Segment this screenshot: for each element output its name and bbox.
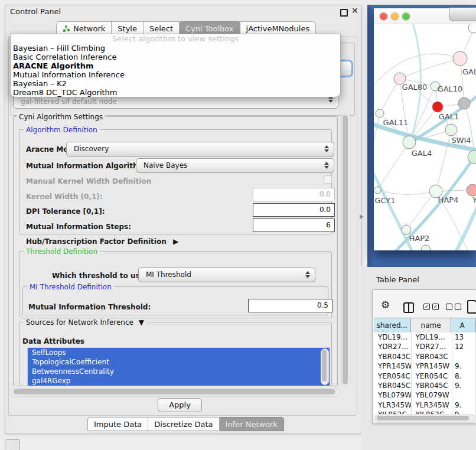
mouse-cursor [360,214,364,219]
attribute-list-item[interactable]: gal4RGexp [28,376,330,386]
hub-definition-label: Hub/Transcription Factor Definition [26,237,167,246]
table-row[interactable]: YLR345WYLR345W9. [374,400,476,410]
attribute-list-item[interactable]: TopologicalCoefficient [28,357,330,367]
algorithm-option[interactable]: Bayesian – K2 [11,79,340,88]
aracne-mode-combobox[interactable]: Discovery [66,142,334,156]
scrollbar-thumb[interactable] [322,350,327,381]
gear-icon[interactable]: ⚙ [381,300,390,310]
hub-definition-expander[interactable]: Hub/Transcription Factor Definition ▶ [26,237,178,246]
algorithm-option[interactable]: Mutual Information Inference [11,70,340,79]
node-label: HAP4 [438,195,459,204]
table-row[interactable]: YBR043CYBR043C [374,352,476,361]
apply-button[interactable]: Apply [158,398,202,412]
document-icon[interactable] [467,300,476,314]
unchecked-box-icon [455,304,461,310]
network-node[interactable] [376,109,384,118]
table-cell: YER054C [374,371,412,381]
table-row[interactable]: YBL079WYBL079W [374,390,476,400]
deselect-all-columns-icon[interactable] [446,304,461,310]
bottom-corner-button[interactable] [5,439,20,450]
data-attributes-list[interactable]: SelfLoopsTopologicalCoefficientBetweenne… [27,347,330,386]
scrollbar-thumb[interactable] [14,389,335,394]
table-row[interactable]: YPR145WYPR145W9. [374,361,476,371]
algorithm-definition-title: Algorithm Definition [24,126,100,134]
node-label: GAL11 [383,118,409,127]
table-cell: YLR345W [412,400,452,410]
attributes-list-scrollbar[interactable] [321,348,329,385]
close-icon[interactable]: ✕ [351,6,358,15]
manual-kernel-checkbox[interactable] [324,175,332,184]
tab-infer-network[interactable]: Infer Network [220,417,284,431]
manual-kernel-label: Manual Kernel Width Definition [26,177,151,185]
mi-steps-field[interactable]: 6 [253,219,335,232]
algorithm-option[interactable]: ARACNE Algorithm [11,61,340,70]
algorithm-option[interactable]: Dream8 DC_TDC Algorithm [11,88,340,97]
which-threshold-combobox[interactable]: MI Threshold [138,268,315,282]
mi-threshold-field[interactable]: 0.5 [248,299,332,312]
table-panel-title: Table Panel [376,275,419,284]
algorithm-option[interactable]: Bayesian – Hill Climbing [11,44,340,53]
mi-type-combobox[interactable]: Naive Bayes [136,158,334,173]
mi-type-value: Naive Bayes [144,159,187,172]
cyni-bottom-tab-bar: Impute Data Discretize Data Infer Networ… [87,417,284,431]
dropdown-placeholder: Select algorithm to view settings [11,34,340,44]
table-body[interactable]: YDL19...YDL19...13YDR27...YDR27...12YBR0… [374,332,476,414]
table-horizontal-scrollbar[interactable] [374,415,476,423]
table-cell: YPR145W [374,361,412,371]
scrollbar-thumb[interactable] [377,416,469,420]
dpi-tolerance-field[interactable]: 0.0 [253,203,335,217]
table-row[interactable]: YDL19...YDL19...13 [374,332,476,342]
attribute-list-item[interactable]: SelfLoops [28,348,330,357]
float-window-icon[interactable] [340,9,348,17]
table-row[interactable]: YER054CYER054C8. [374,371,476,381]
network-node[interactable] [468,24,476,33]
tab-impute-data[interactable]: Impute Data [87,417,148,431]
zoom-traffic-light-icon[interactable] [402,12,410,20]
table-cell: 9 [452,410,476,414]
network-node[interactable] [458,97,470,109]
network-node[interactable] [432,102,443,112]
minimize-traffic-light-icon[interactable] [391,12,399,20]
attribute-list-item[interactable]: BetweennessCentrality [28,367,330,376]
combo-stepper-icon [324,145,329,152]
column-header[interactable]: name [411,318,452,332]
aracne-mode-value: Discovery [74,142,109,156]
table-row[interactable]: YDR27...YDR27...12 [374,342,476,351]
network-node[interactable] [403,136,416,149]
scrollbar-thumb[interactable] [343,115,348,384]
table-cell: 9. [452,400,476,410]
cyni-settings-group-title: Cyni Algorithm Settings [17,113,105,121]
kernel-width-label: Kernel Width (0,1): [26,193,103,201]
select-all-columns-icon[interactable]: ✓ ✓ [423,304,439,310]
node-label: GAL [462,67,476,76]
columns-icon[interactable] [403,302,414,313]
table-cell: YBR045C [412,381,452,390]
dpi-tolerance-value: 0.0 [319,204,331,216]
algorithm-option[interactable]: Basic Correlation Inference [11,53,340,61]
network-node[interactable] [453,51,467,66]
table-cell: YBR043C [412,352,452,361]
kernel-width-field[interactable]: 0.0 [253,188,335,201]
tab-discretize-data[interactable]: Discretize Data [148,417,219,431]
column-header[interactable]: A [451,318,476,332]
settings-vertical-scrollbar[interactable] [341,113,350,387]
node-label: GAL80 [402,83,428,92]
table-row[interactable]: YIL052CYIL052C9 [374,410,476,414]
network-node[interactable] [467,184,476,196]
network-icon [63,25,70,32]
network-node[interactable] [374,187,381,194]
column-header[interactable]: shared... [374,318,411,332]
network-node[interactable] [445,124,457,136]
sources-group-title[interactable]: Sources for Network Inference ▼ [24,318,146,327]
table-cell: YIL052C [412,410,452,414]
network-toolbar-fragment[interactable] [449,8,476,21]
collapse-arrow-icon: ▼ [139,318,144,327]
node-label: GCY1 [374,196,395,205]
network-node[interactable] [402,225,411,234]
network-canvas[interactable]: GALGAL80GAL10GAL11GAL1SWI4GAL4GCY1HAP4YH… [374,24,476,250]
settings-horizontal-scrollbar[interactable] [11,388,340,397]
table-row[interactable]: YBR045CYBR045C9. [374,381,476,390]
network-node[interactable] [468,151,476,164]
close-traffic-light-icon[interactable] [380,12,387,20]
network-node[interactable] [421,245,431,250]
